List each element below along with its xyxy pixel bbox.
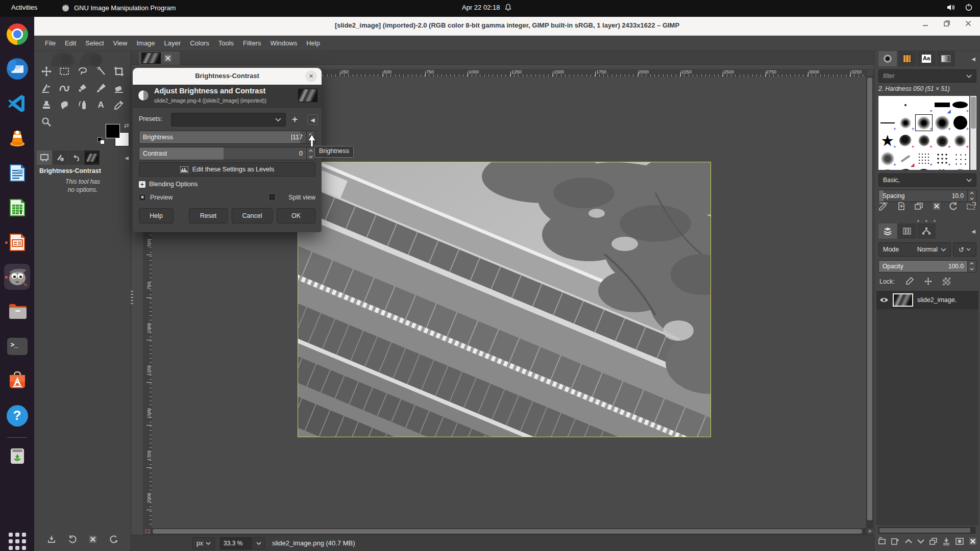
spacing-spinner[interactable] [967, 190, 976, 202]
ok-button[interactable]: OK [277, 208, 315, 223]
tool-clone[interactable] [37, 99, 56, 111]
clock-menu[interactable]: Apr 22 02:18 [462, 4, 511, 11]
menu-help[interactable]: Help [302, 36, 325, 50]
tool-transform[interactable] [37, 82, 56, 94]
tool-fuzzy-select[interactable] [92, 65, 110, 78]
blending-options-expander[interactable]: + Blending Options [139, 181, 198, 188]
tab-paths[interactable] [917, 223, 936, 239]
brush-grid[interactable]: + ◢ + + + + + + ★+ + + + + + ◢ + + [878, 96, 969, 170]
spin-down-icon[interactable] [970, 197, 974, 200]
menu-filters[interactable]: Filters [238, 36, 265, 50]
spacing-slider[interactable]: Spacing 10.0 [878, 190, 976, 202]
tab-fonts[interactable]: Aa [917, 51, 936, 66]
tab-tool-options[interactable] [37, 151, 52, 165]
brush-item[interactable]: + [933, 132, 951, 149]
brush-item[interactable]: + [951, 114, 969, 132]
layer-row[interactable]: slide2_image. [876, 291, 978, 309]
dock-files-icon[interactable] [4, 298, 30, 324]
close-button[interactable] [965, 20, 972, 27]
new-brush-icon[interactable] [897, 202, 906, 211]
dock-menu-button[interactable]: ◀ [125, 155, 129, 161]
contrast-slider[interactable]: Contrast 0 [139, 147, 315, 160]
canvas-image[interactable] [298, 162, 711, 437]
brush-item-selected[interactable]: + [915, 114, 933, 132]
layer-name[interactable]: slide2_image. [917, 296, 957, 304]
contrast-value[interactable]: 0 [299, 150, 303, 157]
duplicate-layer-icon[interactable] [929, 537, 938, 546]
restore-button[interactable] [943, 20, 950, 27]
tool-paintbrush[interactable] [92, 82, 110, 94]
system-status-area[interactable] [947, 3, 973, 11]
brush-item[interactable]: + [878, 149, 897, 167]
brush-item[interactable]: + [897, 114, 915, 132]
split-view-checkbox[interactable] [268, 193, 276, 202]
gimp-titlebar[interactable]: [slide2_image] (imported)-2.0 (RGB color… [34, 17, 980, 36]
brush-item[interactable]: + [933, 114, 951, 132]
merge-down-icon[interactable] [942, 537, 950, 546]
dock-help-icon[interactable]: ? [4, 403, 30, 429]
vertical-scrollbar[interactable] [866, 77, 873, 528]
lower-layer-icon[interactable] [917, 537, 925, 545]
reset-preset-icon[interactable] [109, 535, 118, 544]
horizontal-scrollbar[interactable] [152, 528, 866, 535]
zoom-value-field[interactable]: 33.3 % [220, 537, 252, 549]
spin-up-icon[interactable] [309, 149, 313, 152]
foreground-color-swatch[interactable] [106, 124, 120, 138]
tool-eraser[interactable] [110, 82, 128, 94]
spin-down-icon[interactable] [970, 268, 974, 270]
dock-vscode-icon[interactable] [4, 90, 30, 116]
refresh-brushes-icon[interactable] [949, 202, 958, 211]
brush-item[interactable] [878, 96, 897, 114]
tool-zoom[interactable] [37, 116, 56, 128]
brush-filter-input[interactable]: filter [878, 69, 976, 83]
brush-item[interactable]: + [951, 132, 969, 149]
tool-text[interactable]: A [92, 99, 110, 111]
menu-view[interactable]: View [109, 36, 132, 50]
lock-pixels-icon[interactable] [905, 277, 914, 286]
edit-as-levels-button[interactable]: Edit these Settings as Levels [139, 162, 315, 177]
menu-image[interactable]: Image [132, 36, 159, 50]
dialog-titlebar[interactable]: Brightness-Contrast × [133, 68, 322, 85]
tool-move[interactable] [37, 65, 56, 78]
raise-layer-icon[interactable] [904, 537, 913, 545]
brush-item[interactable] [951, 167, 969, 170]
menu-layer[interactable]: Layer [160, 36, 186, 50]
spin-up-icon[interactable] [970, 262, 974, 265]
brush-item[interactable]: + [897, 132, 915, 149]
brush-item[interactable]: ◢ [897, 149, 915, 167]
close-image-icon[interactable] [164, 54, 172, 62]
spin-down-icon[interactable] [309, 156, 313, 158]
tool-smudge[interactable] [56, 99, 74, 111]
dock-gimp-icon[interactable] [4, 264, 30, 290]
dock-menu-button[interactable]: ◀ [971, 56, 977, 62]
focused-app-menu[interactable]: GNU Image Manipulation Program [61, 4, 176, 12]
opacity-spinner[interactable] [967, 261, 976, 272]
brush-group-dropdown[interactable]: Basic, [878, 173, 976, 187]
lock-alpha-icon[interactable] [943, 278, 950, 285]
spin-up-icon[interactable] [970, 192, 974, 194]
tab-device-status[interactable]: i [53, 151, 68, 165]
tool-color-picker[interactable] [110, 99, 128, 111]
delete-preset-icon[interactable] [88, 535, 97, 544]
layer-list-scrollbar[interactable] [878, 527, 975, 534]
brush-item[interactable] [933, 167, 951, 170]
layer-thumbnail[interactable] [893, 293, 913, 307]
dock-impress-icon[interactable] [4, 229, 30, 255]
menu-edit[interactable]: Edit [60, 36, 81, 50]
tab-layers[interactable] [878, 223, 897, 239]
brush-item[interactable]: + [915, 149, 933, 167]
lock-position-icon[interactable] [924, 277, 933, 286]
dock-writer-icon[interactable] [4, 160, 30, 186]
dock-menu-button[interactable]: ◀ [971, 229, 977, 234]
navigation-button[interactable]: ✛ [866, 528, 873, 535]
new-layer-group-icon[interactable] [891, 537, 900, 546]
dock-thunderbird-icon[interactable] [4, 56, 30, 82]
edit-brush-icon[interactable] [878, 202, 889, 211]
brush-item[interactable]: + [951, 96, 969, 114]
zoom-dropdown[interactable] [253, 537, 265, 549]
dock-splitter-handle[interactable]: ● ● ● [874, 218, 980, 223]
minimize-button[interactable] [922, 20, 929, 27]
brush-item[interactable] [878, 167, 897, 170]
dock-vlc-icon[interactable] [4, 125, 30, 151]
tab-gradients[interactable] [937, 51, 955, 66]
